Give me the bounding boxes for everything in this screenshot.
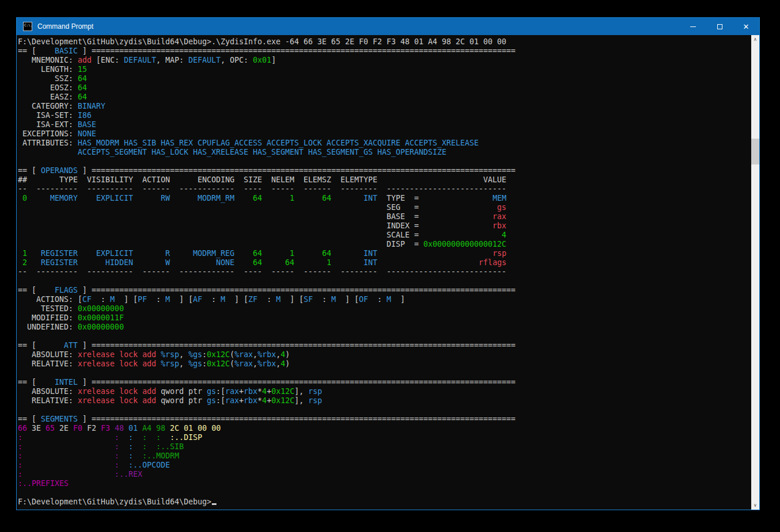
terminal-line: : :..REX [18, 470, 516, 479]
close-button[interactable]: ✕ [733, 18, 759, 35]
terminal-line: TESTED: 0x00000000 [18, 304, 516, 313]
terminal-line: ACTIONS: [CF : M ] [PF : M ] [AF : M ] [… [18, 295, 516, 304]
terminal-line: -- --------- ---------- ------ ---------… [18, 267, 516, 277]
terminal-line: INDEX = rbx [18, 221, 516, 231]
text-cursor [212, 503, 216, 505]
terminal-line: EASZ: 64 [18, 93, 516, 102]
title-bar: C:\. Command Prompt ✕ [17, 18, 759, 35]
terminal-line [18, 157, 516, 166]
terminal-line [18, 405, 516, 415]
chevron-up-icon: ∧ [754, 37, 757, 42]
terminal-line: :..PREFIXES [18, 479, 516, 488]
terminal-line: MNEMONIC: add [ENC: DEFAULT, MAP: DEFAUL… [18, 56, 516, 65]
scrollbar-thumb[interactable] [751, 139, 759, 164]
terminal-line: : : :..OPCODE [18, 461, 516, 470]
terminal-line: -- --------- ---------- ------ ---------… [18, 185, 516, 194]
maximize-button[interactable] [706, 18, 733, 35]
scrollbar[interactable]: ∧ ∨ [751, 35, 759, 510]
terminal-line: ISA-EXT: BASE [18, 120, 516, 129]
terminal-line: == [ FLAGS ] ===========================… [18, 286, 516, 295]
terminal-line: : : : :..MODRM [18, 451, 516, 461]
minimize-button[interactable] [680, 18, 706, 35]
terminal-line: RELATIVE: xrelease lock add qword ptr gs… [18, 396, 516, 405]
terminal-line: 66 3E 65 2E F0 F2 F3 48 01 A4 98 2C 01 0… [18, 424, 516, 433]
terminal-line: ISA-SET: I86 [18, 111, 516, 120]
terminal-line: SSZ: 64 [18, 74, 516, 83]
terminal-line: == [ INTEL ] ===========================… [18, 378, 516, 387]
cmd-icon-glyph: C:\. [24, 23, 32, 27]
terminal-line: == [ BASIC ] ===========================… [18, 47, 516, 56]
terminal-line: CATEGORY: BINARY [18, 102, 516, 111]
command-prompt-window: C:\. Command Prompt ✕ F:\Development\Git… [16, 17, 760, 510]
terminal-line [18, 369, 516, 378]
terminal-line: BASE = rax [18, 212, 516, 221]
cmd-icon[interactable]: C:\. [23, 22, 32, 31]
terminal-line: LENGTH: 15 [18, 65, 516, 74]
window-controls: ✕ [680, 18, 759, 35]
terminal-line: ABSOLUTE: xrelease lock add %rsp, %gs:0x… [18, 350, 516, 359]
terminal-line: ATTRIBUTES: HAS_MODRM HAS_SIB HAS_REX CP… [18, 139, 516, 148]
chevron-down-icon: ∨ [754, 503, 757, 508]
close-icon: ✕ [743, 23, 749, 30]
terminal-line: == [ SEGMENTS ] ========================… [18, 415, 516, 424]
terminal-line: EXCEPTIONS: NONE [18, 129, 516, 139]
scroll-up-button[interactable]: ∧ [751, 35, 759, 44]
terminal-line [18, 488, 516, 497]
terminal-line: ## TYPE VISIBILITY ACTION ENCODING SIZE … [18, 175, 516, 185]
maximize-icon [717, 24, 722, 29]
terminal-line: : : : : : :..DISP [18, 433, 516, 442]
console-area[interactable]: F:\Development\GitHub\zydis\Build64\Debu… [17, 35, 759, 510]
terminal-line: SCALE = 4 [18, 231, 516, 240]
terminal-line: ACCEPTS_SEGMENT HAS_LOCK HAS_XRELEASE HA… [18, 148, 516, 157]
terminal-line: EOSZ: 64 [18, 83, 516, 93]
scroll-down-button[interactable]: ∨ [751, 501, 759, 510]
terminal-line: F:\Development\GitHub\zydis\Build64\Debu… [18, 497, 516, 507]
terminal-line [18, 277, 516, 286]
terminal-line: == [ OPERANDS ] ========================… [18, 166, 516, 175]
window-title: Command Prompt [37, 22, 680, 30]
minimize-icon [690, 26, 696, 27]
terminal-line [18, 332, 516, 341]
terminal-line: 1 REGISTER EXPLICIT R MODRM_REG 64 1 64 … [18, 249, 516, 258]
terminal-line: == [ ATT ] =============================… [18, 341, 516, 350]
terminal-line: : : : : :..SIB [18, 442, 516, 451]
terminal-line: RELATIVE: xrelease lock add %rsp, %gs:0x… [18, 359, 516, 369]
terminal-line: 2 REGISTER HIDDEN W NONE 64 64 1 INT rfl… [18, 258, 516, 267]
terminal-line: DISP = 0x000000000000012C [18, 240, 516, 249]
terminal-output: F:\Development\GitHub\zydis\Build64\Debu… [18, 37, 516, 507]
terminal-line: 0 MEMORY EXPLICIT RW MODRM_RM 64 1 64 IN… [18, 194, 516, 203]
terminal-line: F:\Development\GitHub\zydis\Build64\Debu… [18, 37, 516, 47]
terminal-line: UNDEFINED: 0x00000000 [18, 323, 516, 332]
terminal-line: ABSOLUTE: xrelease lock add qword ptr gs… [18, 387, 516, 396]
terminal-line: SEG = gs [18, 203, 516, 212]
terminal-line: MODIFIED: 0x0000011F [18, 313, 516, 323]
